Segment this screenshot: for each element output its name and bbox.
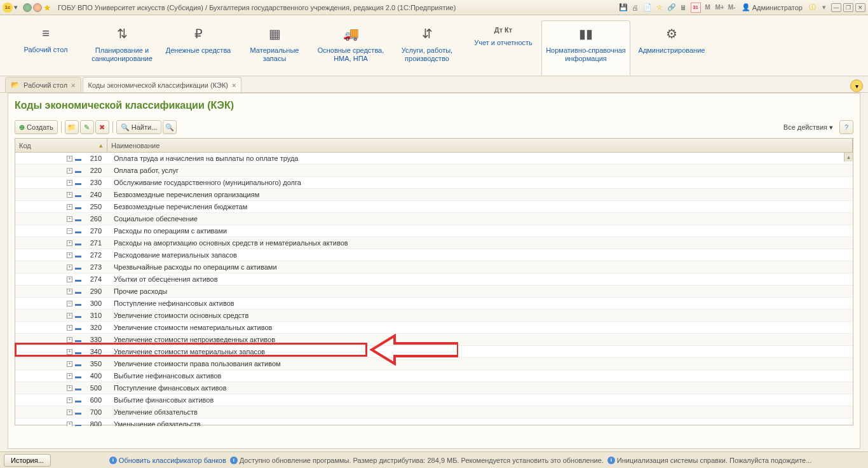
tree-expand-icon[interactable]: +: [67, 168, 72, 174]
tree-expand-icon[interactable]: +: [67, 180, 72, 186]
code-value: 230: [84, 179, 102, 186]
table-row[interactable]: +▬500Поступление финансовых активов: [15, 382, 853, 394]
tree-expand-icon[interactable]: +: [67, 410, 72, 415]
tree-expand-icon[interactable]: +: [67, 289, 72, 294]
section-materials[interactable]: ▦Материальные запасы: [236, 20, 313, 76]
tree-expand-icon[interactable]: +: [67, 265, 72, 270]
window-minimize[interactable]: —: [831, 3, 841, 12]
tree-expand-icon[interactable]: +: [67, 337, 72, 343]
section-reference[interactable]: ▮▮Нормативно-справочная информация: [541, 20, 630, 76]
scroll-up-icon[interactable]: ▲: [844, 153, 853, 162]
edit-button[interactable]: ✎: [80, 120, 94, 134]
tree-expand-icon[interactable]: +: [67, 156, 72, 162]
section-cash[interactable]: ₽Денежные средства: [160, 20, 236, 76]
cell-code: +▬290: [15, 287, 107, 295]
code-value: 400: [84, 372, 102, 380]
info-icon[interactable]: ⓘ: [807, 3, 817, 13]
books-icon: ▮▮: [546, 26, 626, 41]
tab-kek[interactable]: Коды экономической классификации (КЭК) ×: [83, 77, 242, 92]
tree-expand-icon[interactable]: +: [67, 240, 72, 246]
tree-expand-icon[interactable]: +: [67, 192, 72, 198]
link-update-banks[interactable]: iОбновить классификатор банков: [109, 457, 226, 464]
all-actions-button[interactable]: Все действия ▾: [780, 120, 837, 134]
tab-desktop[interactable]: 📂 Рабочий стол ×: [5, 77, 81, 92]
table-row[interactable]: +▬330Увеличение стоимости непроизведенны…: [15, 334, 853, 346]
table-row[interactable]: +▬700Увеличение обязательств: [15, 406, 853, 418]
section-admin[interactable]: ⚙Администрирование: [630, 20, 713, 76]
tree-expand-icon[interactable]: +: [67, 252, 72, 258]
table-row[interactable]: +▬250Безвозмездные перечисления бюджетам: [15, 201, 853, 213]
tree-expand-icon[interactable]: +: [67, 361, 72, 367]
table-row[interactable]: +▬274Убытки от обесценения активов: [15, 273, 853, 286]
section-fixed-assets[interactable]: 🚚Основные средства, НМА, НПА: [313, 20, 389, 76]
tree-expand-icon[interactable]: +: [67, 373, 72, 379]
col-code[interactable]: Код▴: [15, 139, 107, 152]
table-row[interactable]: +▬310Увеличение стоимости основных средс…: [15, 310, 853, 322]
table-row[interactable]: +▬240Безвозмездные перечисления организа…: [15, 189, 853, 201]
tree-expand-icon[interactable]: +: [67, 204, 72, 210]
tree-expand-icon[interactable]: +: [67, 349, 72, 355]
table-row[interactable]: +▬260Социальное обеспечение: [15, 213, 853, 225]
window-restore[interactable]: ❐: [843, 3, 853, 12]
tabs-overflow[interactable]: ▾: [850, 79, 863, 92]
col-name[interactable]: Наименование: [107, 139, 853, 152]
table-body[interactable]: +▬210Оплата труда и начисления на выплат…: [15, 153, 853, 426]
app-menu-dropdown[interactable]: ▾: [14, 3, 22, 11]
table-row[interactable]: +▬320Увеличение стоимости нематериальных…: [15, 322, 853, 334]
link-update-program[interactable]: iДоступно обновление программы. Размер д…: [230, 457, 604, 464]
tree-expand-icon[interactable]: −: [67, 228, 72, 234]
current-user[interactable]: 👤Администратор: [742, 3, 803, 11]
clear-search-button[interactable]: 🔍: [163, 120, 177, 134]
table-row[interactable]: +▬290Прочие расходы: [15, 286, 853, 298]
tree-expand-icon[interactable]: −: [67, 301, 72, 306]
help-button[interactable]: ?: [839, 120, 853, 134]
tree-expand-icon[interactable]: +: [67, 313, 72, 319]
nav-fwd-icon[interactable]: [33, 3, 42, 12]
tool-calendar-icon[interactable]: 31: [691, 3, 701, 13]
tool-save-icon[interactable]: 💾: [618, 3, 628, 13]
find-button[interactable]: 🔍Найти...: [116, 120, 162, 134]
tree-expand-icon[interactable]: +: [67, 422, 72, 427]
tree-expand-icon[interactable]: +: [67, 397, 72, 403]
tree-expand-icon[interactable]: +: [67, 216, 72, 222]
info-dropdown[interactable]: ▾: [819, 3, 829, 13]
table-row[interactable]: +▬271Расходы на амортизацию основных сре…: [15, 237, 853, 249]
zoom-m[interactable]: M: [703, 3, 713, 13]
create-button[interactable]: ⊕Создать: [15, 120, 58, 134]
tree-expand-icon[interactable]: +: [67, 385, 72, 391]
tool-link-icon[interactable]: 🔗: [667, 3, 677, 13]
table-row[interactable]: +▬600Выбытие финансовых активов: [15, 394, 853, 406]
history-button[interactable]: История...: [4, 454, 51, 467]
tool-calc-icon[interactable]: 🖩: [679, 3, 689, 13]
table-row[interactable]: −▬270Расходы по операциям с активами: [15, 225, 853, 237]
tree-expand-icon[interactable]: +: [67, 325, 72, 331]
table-row[interactable]: +▬220Оплата работ, услуг: [15, 165, 853, 177]
section-desktop[interactable]: ≡Рабочий стол: [8, 20, 84, 76]
table-row[interactable]: +▬400Выбытие нефинансовых активов: [15, 370, 853, 382]
table-row[interactable]: +▬350Увеличение стоимости права пользова…: [15, 358, 853, 370]
section-planning[interactable]: ⇅Планирование и санкционирование: [84, 20, 160, 76]
favorites-icon[interactable]: ★: [43, 3, 51, 13]
table-row[interactable]: +▬210Оплата труда и начисления на выплат…: [15, 153, 853, 165]
table-row[interactable]: +▬340Увеличение стоимости материальных з…: [15, 346, 853, 358]
window-close[interactable]: ✕: [855, 3, 865, 12]
tool-print-icon[interactable]: 🖨: [630, 3, 641, 13]
table-row[interactable]: +▬272Расходование материальных запасов: [15, 249, 853, 261]
close-icon[interactable]: ×: [71, 81, 75, 89]
table-row[interactable]: +▬230Обслуживание государственного (муни…: [15, 177, 853, 189]
tool-doc-icon[interactable]: 📄: [642, 3, 653, 13]
table-row[interactable]: −▬300Поступление нефинансовых активов: [15, 298, 853, 310]
nav-back-icon[interactable]: [23, 3, 32, 12]
section-services[interactable]: ⇵Услуги, работы, производство: [389, 20, 465, 76]
zoom-mplus[interactable]: M+: [715, 3, 725, 13]
table-row[interactable]: +▬273Чрезвычайные расходы по операциям с…: [15, 261, 853, 273]
tree-expand-icon[interactable]: +: [67, 277, 72, 282]
tool-star-icon[interactable]: ☆: [654, 3, 665, 13]
create-folder-button[interactable]: 📁: [65, 120, 79, 134]
section-accounting[interactable]: Дт КтУчет и отчетность: [465, 20, 541, 76]
zoom-mminus[interactable]: M-: [727, 3, 737, 13]
link-help-init[interactable]: iИнициализация системы справки. Пожалуйс…: [607, 457, 812, 464]
table-row[interactable]: +▬800Уменьшение обязательств: [15, 418, 853, 426]
delete-button[interactable]: ✖: [95, 120, 109, 134]
close-icon[interactable]: ×: [232, 81, 236, 89]
